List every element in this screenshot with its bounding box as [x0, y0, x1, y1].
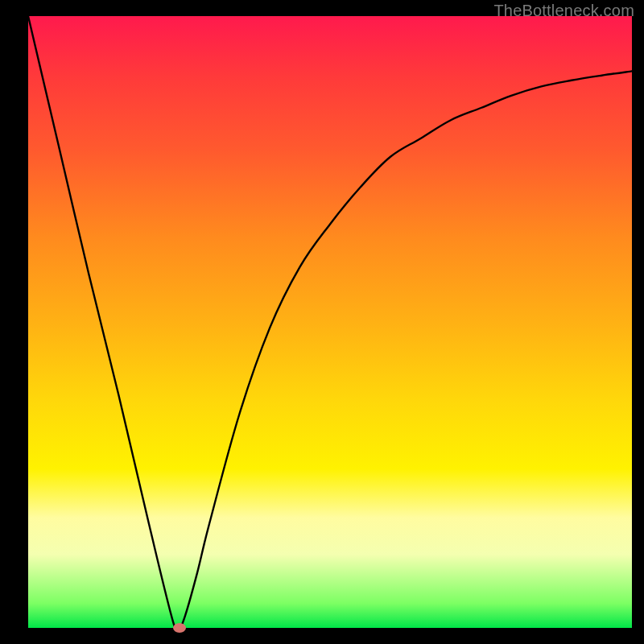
plot-area — [28, 16, 632, 628]
chart-frame: TheBottleneck.com — [0, 0, 644, 644]
bottleneck-curve — [28, 16, 632, 628]
watermark-text: TheBottleneck.com — [493, 2, 634, 20]
minimum-marker — [173, 623, 186, 633]
